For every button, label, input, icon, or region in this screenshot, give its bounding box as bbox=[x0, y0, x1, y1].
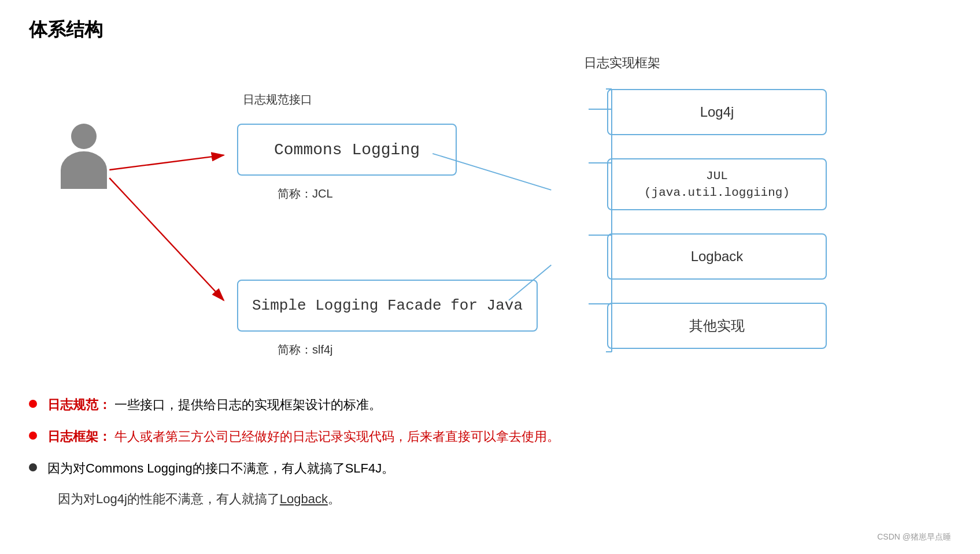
watermark: CSDN @猪崽早点睡 bbox=[877, 532, 951, 542]
person-head bbox=[71, 124, 97, 149]
slf4j-box: Simple Logging Facade for Java bbox=[237, 280, 538, 332]
svg-line-8 bbox=[109, 155, 224, 170]
person-icon bbox=[58, 124, 110, 187]
person-body bbox=[61, 151, 107, 189]
jul-box: JUL(java.util.loggiing) bbox=[607, 158, 827, 210]
log4j-box: Log4j bbox=[607, 89, 827, 135]
other-box: 其他实现 bbox=[607, 303, 827, 349]
bullet-text-3: 因为对Commons Logging的接口不满意，有人就搞了SLF4J。 bbox=[47, 459, 394, 478]
commons-logging-box: Commons Logging bbox=[237, 124, 457, 176]
framework-section-title: 日志实现框架 bbox=[584, 54, 660, 72]
bullet-text-1: 日志规范： 一些接口，提供给日志的实现框架设计的标准。 bbox=[47, 395, 382, 414]
slf4j-abbreviation: 简称：slf4j bbox=[278, 342, 333, 358]
spec-interface-label: 日志规范接口 bbox=[243, 92, 312, 107]
bullet-dot-3 bbox=[29, 463, 37, 471]
jcl-abbreviation: 简称：JCL bbox=[278, 186, 333, 202]
bullet-dot-1 bbox=[29, 400, 37, 408]
logback-box: Logback bbox=[607, 233, 827, 280]
bullet-item-2: 日志框架： 牛人或者第三方公司已经做好的日志记录实现代码，后来者直接可以拿去使用… bbox=[29, 427, 951, 446]
bullet-item-1: 日志规范： 一些接口，提供给日志的实现框架设计的标准。 bbox=[29, 395, 951, 414]
sub-bullet: 因为对Log4j的性能不满意，有人就搞了Logback。 bbox=[58, 490, 951, 508]
page-title: 体系结构 bbox=[29, 17, 951, 43]
bullets-section: 日志规范： 一些接口，提供给日志的实现框架设计的标准。 日志框架： 牛人或者第三… bbox=[29, 395, 951, 508]
bullet-item-3: 因为对Commons Logging的接口不满意，有人就搞了SLF4J。 bbox=[29, 459, 951, 478]
bullet-text-2: 日志框架： 牛人或者第三方公司已经做好的日志记录实现代码，后来者直接可以拿去使用… bbox=[47, 427, 560, 446]
svg-line-9 bbox=[109, 178, 224, 300]
diagram-section: 日志实现框架 日志规范接口 Commons Logging 简称：JCL Sim… bbox=[29, 54, 951, 378]
bullet-dot-2 bbox=[29, 432, 37, 440]
